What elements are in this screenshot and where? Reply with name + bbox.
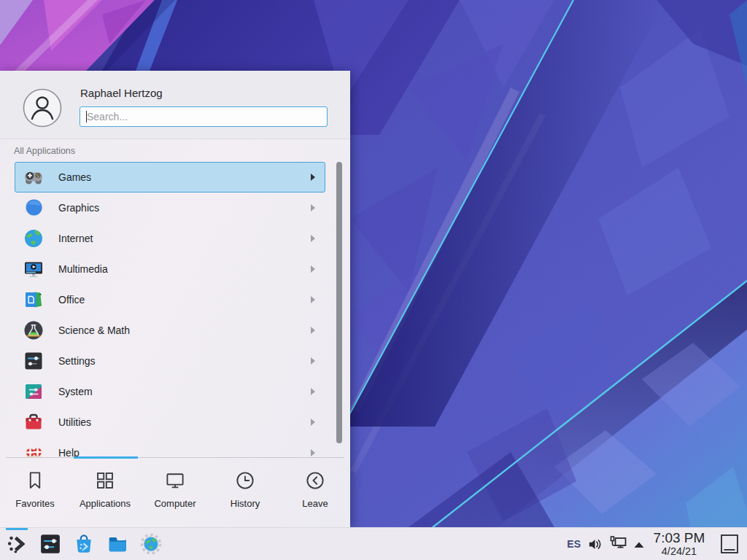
submenu-arrow-icon	[311, 296, 315, 303]
tabbar-separator	[6, 457, 344, 458]
submenu-arrow-icon	[311, 265, 315, 273]
office-icon	[23, 289, 44, 310]
science-icon	[23, 320, 44, 341]
application-launcher-button[interactable]	[6, 533, 28, 555]
user-avatar-icon[interactable]	[23, 88, 62, 128]
launcher-tab-bar: Favorites Applications Computer History	[0, 459, 350, 527]
utilities-icon	[23, 412, 44, 432]
category-item-science-math[interactable]: Science & Math	[15, 315, 325, 346]
tab-applications[interactable]: Applications	[70, 459, 140, 527]
submenu-arrow-icon	[311, 388, 315, 395]
tab-computer[interactable]: Computer	[140, 459, 210, 527]
tab-leave[interactable]: Leave	[280, 459, 350, 527]
submenu-arrow-icon	[311, 235, 315, 242]
category-item-games[interactable]: Games	[15, 162, 325, 192]
submenu-arrow-icon	[311, 419, 315, 426]
clock-time: 7:03 PM	[646, 530, 713, 545]
internet-icon	[23, 228, 44, 249]
multimedia-icon	[23, 259, 44, 279]
application-launcher-panel: Raphael Hertzog All Applications Games	[0, 71, 350, 527]
digital-clock[interactable]: 7:03 PM 4/24/21	[646, 530, 713, 558]
category-item-internet[interactable]: Internet	[15, 223, 325, 254]
submenu-arrow-icon	[311, 357, 315, 365]
web-browser-button[interactable]	[140, 533, 162, 555]
favorites-icon	[24, 470, 46, 491]
taskbar-panel: ES 7:03 PM 4/24/21	[0, 527, 747, 560]
volume-icon[interactable]	[587, 536, 604, 553]
leave-icon	[304, 470, 326, 491]
applications-icon	[94, 470, 116, 491]
list-scrollbar[interactable]	[336, 162, 342, 443]
tab-history[interactable]: History	[210, 459, 280, 527]
computer-icon	[164, 470, 186, 491]
category-item-office[interactable]: Office	[15, 284, 325, 315]
submenu-arrow-icon	[311, 174, 315, 181]
system-settings-button[interactable]	[39, 533, 61, 555]
active-tab-indicator	[74, 456, 138, 459]
clock-date: 4/24/21	[646, 545, 713, 558]
launcher-header: Raphael Hertzog	[0, 71, 350, 139]
history-icon	[234, 470, 256, 491]
show-desktop-button[interactable]	[720, 533, 739, 555]
file-manager-button[interactable]	[107, 533, 128, 555]
submenu-arrow-icon	[311, 204, 315, 211]
category-item-help[interactable]: Help	[15, 438, 325, 457]
help-icon	[23, 443, 44, 457]
category-item-utilities[interactable]: Utilities	[15, 407, 325, 438]
active-task-indicator	[6, 528, 28, 530]
category-item-graphics[interactable]: Graphics	[15, 192, 325, 223]
expand-tray-icon[interactable]	[633, 541, 645, 548]
text-caret	[86, 111, 87, 122]
keyboard-layout-indicator[interactable]: ES	[567, 538, 581, 550]
desktop: { "launcher": { "user_name": "Raphael He…	[0, 0, 747, 560]
tab-favorites[interactable]: Favorites	[0, 459, 70, 527]
user-name: Raphael Hertzog	[80, 87, 163, 99]
search-input[interactable]	[80, 106, 328, 127]
submenu-arrow-icon	[311, 449, 315, 456]
category-item-settings[interactable]: Settings	[15, 346, 325, 376]
discover-button[interactable]	[73, 533, 95, 555]
network-icon[interactable]	[609, 535, 628, 553]
application-category-list: Games Graphics Internet	[0, 162, 350, 457]
category-item-multimedia[interactable]: Multimedia	[15, 254, 325, 284]
system-icon	[23, 381, 44, 402]
submenu-arrow-icon	[311, 327, 315, 334]
games-icon	[23, 167, 44, 187]
section-label: All Applications	[14, 146, 75, 156]
category-item-system[interactable]: System	[15, 376, 325, 407]
settings-icon	[23, 351, 44, 371]
graphics-icon	[23, 198, 44, 218]
